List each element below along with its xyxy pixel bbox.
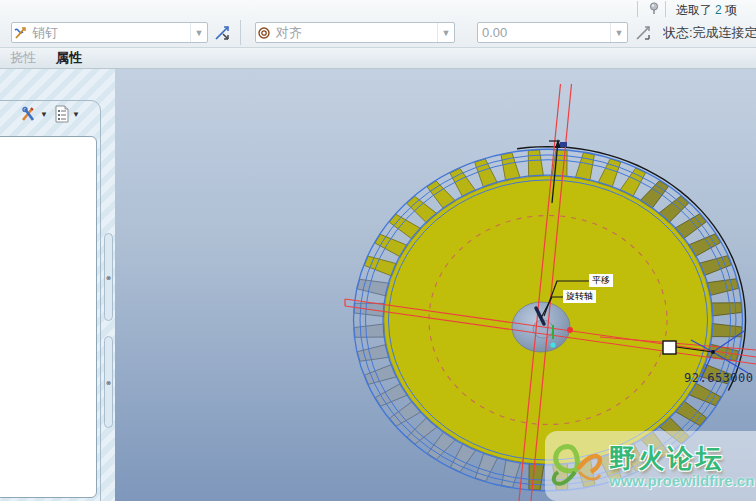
panel-splitter-handle[interactable]: ⊗: [104, 233, 113, 321]
offset-value-combobox[interactable]: 0.00 ▼: [477, 22, 628, 43]
gear-tooth: [529, 463, 544, 490]
gear-tooth: [528, 150, 543, 177]
constraint-listbox[interactable]: [0, 136, 97, 498]
panel-icon-row: ▼ ▼: [20, 105, 80, 123]
chevron-down-icon: ▼: [190, 23, 207, 42]
connection-point: [711, 350, 715, 354]
butterfly-logo: [545, 434, 607, 498]
tools-menu-button[interactable]: ▼: [20, 106, 48, 123]
panel-splitter-handle[interactable]: ⊗: [104, 336, 113, 428]
chevron-down-icon: ▼: [610, 23, 627, 42]
drag-handle-label-rotate: 旋转轴: [563, 290, 596, 303]
dashboard-tabbar: 挠性 属性: [0, 47, 756, 69]
offset-dimension-value: 92.653000: [684, 371, 754, 385]
selection-suffix: 项: [725, 3, 737, 17]
gear-tooth: [711, 303, 742, 316]
selection-prefix: 选取了: [676, 3, 712, 17]
chevron-down-icon: ▼: [437, 23, 454, 42]
selection-count: 2: [712, 3, 725, 17]
connection-toolbar: 销钉 ▼ 对齐 ▼ 0.00 ▼ 状态:完成连接定义: [0, 0, 756, 48]
list-view-button[interactable]: ▼: [54, 105, 80, 123]
align-constraint-dropdown[interactable]: 对齐 ▼: [255, 22, 455, 43]
flip-direction-button-2[interactable]: [633, 23, 653, 43]
align-constraint-label: 对齐: [272, 24, 437, 42]
gear-tooth: [354, 324, 385, 337]
forum-watermark: 野火论坛 www.proewildfire.cn: [545, 431, 756, 501]
placement-side-panel: ▼ ▼ ⊗ ⊗: [0, 68, 115, 501]
tools-icon: [20, 106, 38, 123]
toolbar-separator: [240, 20, 241, 45]
gear-tooth: [711, 324, 742, 337]
reference-point-red: [567, 327, 573, 333]
chevron-down-icon: ▼: [72, 110, 80, 119]
status-text: 状态:完成连接定义: [663, 24, 756, 42]
tab-properties[interactable]: 属性: [46, 49, 92, 67]
drag-handle-label-translate: 平移: [589, 274, 613, 287]
connection-type-dropdown[interactable]: 销钉 ▼: [11, 22, 208, 43]
watermark-title: 野火论坛: [609, 444, 754, 472]
axis-point-cyan: [550, 342, 555, 347]
flip-direction-button[interactable]: [212, 23, 232, 43]
pushpin-icon[interactable]: [646, 0, 662, 16]
selection-status: 选取了2项: [676, 2, 737, 19]
list-document-icon: [54, 105, 70, 123]
pin-connection-icon: [12, 26, 28, 40]
offset-drag-handle[interactable]: [663, 341, 676, 354]
toolbar-separator: [665, 1, 666, 17]
watermark-url: www.proewildfire.cn: [609, 472, 754, 489]
connection-type-label: 销钉: [28, 24, 190, 42]
tab-flexibility[interactable]: 挠性: [0, 49, 46, 67]
dim-handle[interactable]: [560, 142, 567, 147]
offset-value: 0.00: [478, 25, 610, 40]
align-target-icon: [256, 26, 272, 40]
toolbar-separator: [637, 1, 638, 17]
chevron-down-icon: ▼: [40, 110, 48, 119]
